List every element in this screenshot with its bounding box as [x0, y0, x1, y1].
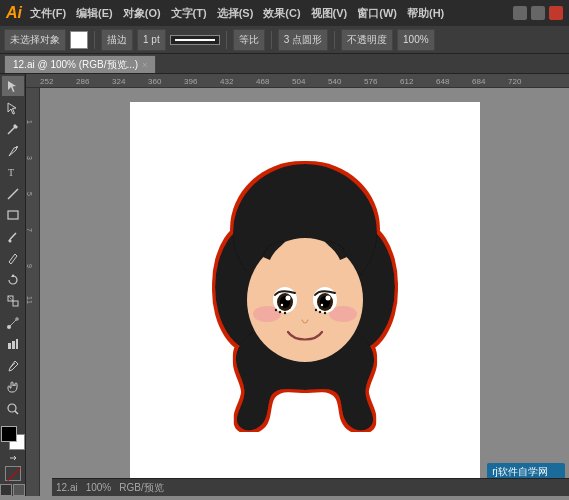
- ruler-tick: 648: [436, 77, 472, 86]
- hand-tool-button[interactable]: [2, 377, 24, 397]
- ruler-tick: 396: [184, 77, 220, 86]
- svg-point-35: [278, 311, 280, 313]
- svg-line-13: [8, 296, 13, 301]
- point-style-label[interactable]: 3 点圆形: [278, 29, 328, 51]
- ruler-tick: 504: [292, 77, 328, 86]
- maximize-button[interactable]: [531, 6, 545, 20]
- menu-view[interactable]: 视图(V): [311, 6, 348, 21]
- canvas-area: 252 286 324 360 396 432 468 504 540 576 …: [26, 74, 569, 496]
- svg-point-32: [285, 296, 290, 301]
- color-controls: [8, 453, 18, 463]
- svg-rect-7: [8, 211, 18, 219]
- zoom-tool-button[interactable]: [2, 398, 24, 418]
- foreground-color-swatch[interactable]: [1, 426, 17, 442]
- ruler-v-tick: 5: [26, 160, 39, 196]
- ruler-v-tick: 3: [26, 124, 39, 160]
- ruler-v-tick: 9: [26, 232, 39, 268]
- no-fill-box[interactable]: [5, 466, 21, 481]
- document-tab[interactable]: 12.ai @ 100% (RGB/预览...) ×: [4, 55, 156, 73]
- svg-rect-17: [8, 343, 11, 349]
- ruler-tick: 360: [148, 77, 184, 86]
- fill-color-box[interactable]: [70, 31, 88, 49]
- svg-point-43: [318, 311, 320, 313]
- ruler-tick: 576: [364, 77, 400, 86]
- svg-line-6: [8, 189, 18, 199]
- svg-rect-12: [13, 301, 18, 306]
- toolbar-separator-2: [226, 31, 227, 49]
- menu-text[interactable]: 文字(T): [171, 6, 207, 21]
- rotate-tool-button[interactable]: [2, 269, 24, 289]
- app-logo: Ai: [6, 4, 22, 22]
- minimize-button[interactable]: [513, 6, 527, 20]
- stroke-size-input[interactable]: 1 pt: [137, 29, 166, 51]
- svg-point-8: [8, 239, 11, 242]
- menu-file[interactable]: 文件(F): [30, 6, 66, 21]
- stroke-toggle[interactable]: 描边: [101, 29, 133, 51]
- type-tool-button[interactable]: T: [2, 162, 24, 182]
- white-canvas: [130, 102, 480, 482]
- svg-point-44: [323, 312, 325, 314]
- toolbar-separator-4: [334, 31, 335, 49]
- ruler-tick: 612: [400, 77, 436, 86]
- ruler-tick: 324: [112, 77, 148, 86]
- menu-bar[interactable]: 文件(F) 编辑(E) 对象(O) 文字(T) 选择(S) 效果(C) 视图(V…: [30, 6, 444, 21]
- svg-point-34: [274, 309, 276, 311]
- ruler-tick: 432: [220, 77, 256, 86]
- svg-marker-1: [8, 103, 16, 114]
- zoom-ratio-label: 等比: [233, 29, 265, 51]
- outline-view-button[interactable]: [0, 484, 12, 496]
- ruler-v-tick: 1: [26, 88, 39, 124]
- magic-wand-tool-button[interactable]: [2, 119, 24, 139]
- svg-line-22: [15, 411, 18, 414]
- status-bar: 12.ai 100% RGB/预览: [52, 478, 569, 496]
- graph-tool-button[interactable]: [2, 334, 24, 354]
- ruler-left: 1 3 5 7 9 11: [26, 88, 40, 496]
- pencil-tool-button[interactable]: [2, 248, 24, 268]
- stroke-line: [175, 39, 215, 41]
- ruler-tick: 540: [328, 77, 364, 86]
- fill-label: 未选择对象: [4, 29, 66, 51]
- watermark-text: rj软件自学网: [492, 466, 548, 477]
- artboard-canvas[interactable]: rj软件自学网 www.rjzxw.com: [40, 88, 569, 496]
- zoom-level: 100%: [86, 482, 112, 493]
- title-bar: Ai 文件(F) 编辑(E) 对象(O) 文字(T) 选择(S) 效果(C) 视…: [0, 0, 569, 26]
- view-mode-controls: [0, 484, 25, 496]
- menu-help[interactable]: 帮助(H): [407, 6, 444, 21]
- svg-marker-0: [8, 81, 16, 92]
- ruler-v-tick: 11: [26, 268, 39, 304]
- close-button[interactable]: [549, 6, 563, 20]
- ruler-tick: 252: [40, 77, 76, 86]
- tab-label: 12.ai @ 100% (RGB/预览...): [13, 58, 138, 72]
- menu-window[interactable]: 窗口(W): [357, 6, 397, 21]
- line-tool-button[interactable]: [2, 183, 24, 203]
- svg-rect-19: [16, 339, 18, 349]
- direct-select-tool-button[interactable]: [2, 97, 24, 117]
- window-controls[interactable]: [513, 6, 563, 20]
- tab-close-button[interactable]: ×: [142, 60, 147, 70]
- select-tool-button[interactable]: [2, 76, 24, 96]
- pen-tool-button[interactable]: [2, 140, 24, 160]
- left-toolbar: T: [0, 74, 26, 496]
- tab-bar: 12.ai @ 100% (RGB/预览...) ×: [0, 54, 569, 74]
- svg-point-33: [280, 304, 282, 306]
- svg-line-16: [10, 320, 16, 326]
- blend-tool-button[interactable]: [2, 312, 24, 332]
- opacity-label: 不透明度: [341, 29, 393, 51]
- menu-effect[interactable]: 效果(C): [263, 6, 300, 21]
- preview-view-button[interactable]: [13, 484, 25, 496]
- brush-tool-button[interactable]: [2, 226, 24, 246]
- ruler-v-tick: 7: [26, 196, 39, 232]
- swap-colors-icon[interactable]: [8, 453, 18, 463]
- menu-object[interactable]: 对象(O): [123, 6, 161, 21]
- menu-edit[interactable]: 编辑(E): [76, 6, 113, 21]
- opacity-value[interactable]: 100%: [397, 29, 435, 51]
- ruler-tick: 468: [256, 77, 292, 86]
- ruler-top: 252 286 324 360 396 432 468 504 540 576 …: [26, 74, 569, 88]
- svg-line-9: [9, 262, 11, 264]
- menu-select[interactable]: 选择(S): [217, 6, 254, 21]
- scale-tool-button[interactable]: [2, 291, 24, 311]
- rect-tool-button[interactable]: [2, 205, 24, 225]
- eyedropper-tool-button[interactable]: [2, 355, 24, 375]
- color-mode: RGB/预览: [119, 481, 163, 495]
- svg-marker-10: [11, 274, 15, 277]
